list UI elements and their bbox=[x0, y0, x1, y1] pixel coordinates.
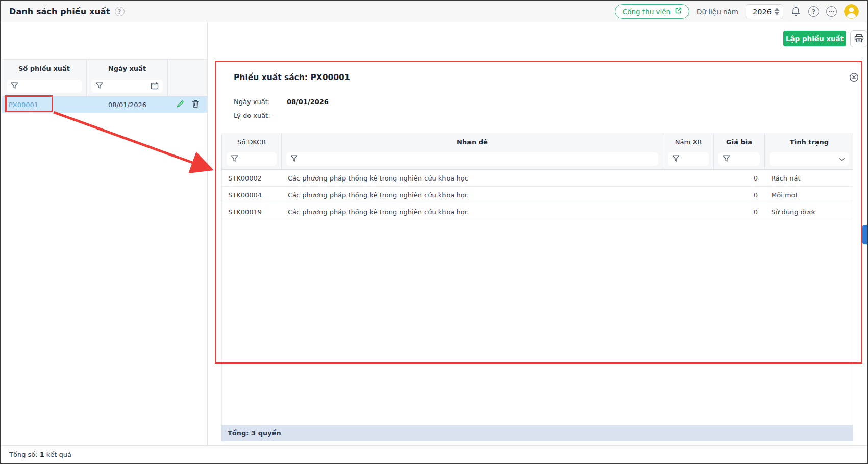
year-filter-input[interactable] bbox=[668, 152, 709, 166]
condition-cell: Sử dụng được bbox=[765, 208, 854, 216]
total-suffix: kết quả bbox=[46, 451, 71, 458]
price-cell: 0 bbox=[714, 208, 765, 216]
filter-icon bbox=[231, 155, 238, 164]
column-header[interactable]: Số ĐKCB bbox=[222, 133, 281, 150]
library-portal-button[interactable]: Cổng thư viện bbox=[615, 4, 689, 19]
calendar-icon[interactable] bbox=[151, 82, 159, 91]
title-cell: Các phương pháp thống kê trong nghiên cứ… bbox=[282, 191, 663, 199]
filter-icon bbox=[723, 155, 730, 164]
close-icon[interactable] bbox=[849, 72, 859, 84]
user-avatar[interactable] bbox=[844, 4, 859, 19]
table-summary-bar: Tổng: 3 quyển bbox=[221, 425, 853, 441]
year-stepper[interactable] bbox=[775, 8, 779, 15]
delete-icon[interactable] bbox=[191, 99, 200, 110]
filter-icon bbox=[95, 82, 103, 91]
export-slip-list: Số phiếu xuất Ngày xuất bbox=[2, 59, 207, 113]
left-table-header: Số phiếu xuất Ngày xuất bbox=[2, 59, 207, 96]
data-year-value: 2026 bbox=[753, 8, 772, 16]
edit-icon[interactable] bbox=[176, 99, 185, 110]
export-date-field: Ngày xuất: 08/01/2026 bbox=[234, 98, 329, 106]
print-button[interactable] bbox=[850, 30, 867, 47]
registration-filter-input[interactable] bbox=[227, 152, 277, 166]
filter-icon bbox=[11, 82, 18, 91]
column-registration-number: Số ĐKCB bbox=[222, 133, 282, 169]
filter-icon bbox=[290, 155, 298, 164]
create-export-slip-button[interactable]: Lập phiếu xuất bbox=[783, 31, 846, 46]
notification-bell-icon[interactable] bbox=[790, 6, 801, 17]
detail-table-header: Số ĐKCB Nhan đề Năm XB bbox=[221, 133, 853, 170]
field-value: 08/01/2026 bbox=[287, 98, 329, 106]
column-publish-year: Năm XB bbox=[663, 133, 714, 169]
registration-cell: STK00004 bbox=[222, 191, 282, 199]
column-header[interactable]: Nhan đề bbox=[282, 133, 663, 150]
data-year-label: Dữ liệu năm bbox=[697, 8, 738, 16]
detail-panel-title: Phiếu xuất sách: PX00001 bbox=[234, 73, 350, 82]
export-date-filter-input[interactable] bbox=[91, 80, 163, 93]
slip-number-filter-input[interactable] bbox=[7, 80, 82, 93]
table-row-selected[interactable]: PX00001 08/01/2026 bbox=[2, 96, 207, 113]
table-summary-text: Tổng: 3 quyển bbox=[228, 429, 281, 437]
column-header[interactable]: Tình trạng bbox=[765, 133, 854, 150]
title-cell: Các phương pháp thống kê trong nghiên cứ… bbox=[282, 174, 663, 182]
column-condition: Tình trạng bbox=[765, 133, 854, 169]
app-window: Danh sách phiếu xuất ? Cổng thư viện Dữ … bbox=[0, 0, 868, 464]
detail-books-table: Số ĐKCB Nhan đề Năm XB bbox=[221, 133, 853, 441]
field-label: Lý do xuất: bbox=[234, 112, 287, 119]
topbar-right-group: Cổng thư viện Dữ liệu năm 2026 ? ⋯ bbox=[615, 4, 859, 19]
annotation-arrow bbox=[44, 103, 220, 179]
column-book-title: Nhan đề bbox=[282, 133, 663, 169]
page-title: Danh sách phiếu xuất bbox=[9, 7, 110, 16]
registration-cell: STK00002 bbox=[222, 174, 282, 182]
print-icon bbox=[854, 34, 864, 44]
column-export-date: Ngày xuất bbox=[87, 60, 168, 96]
left-panel-divider bbox=[207, 22, 208, 446]
condition-filter-select[interactable] bbox=[770, 152, 849, 166]
registration-cell: STK00019 bbox=[222, 208, 282, 216]
column-header[interactable]: Ngày xuất bbox=[87, 60, 167, 78]
slip-number-link[interactable]: PX00001 bbox=[2, 101, 87, 109]
chevron-down-icon bbox=[839, 156, 845, 163]
title-cell: Các phương pháp thống kê trong nghiên cứ… bbox=[282, 208, 663, 216]
column-actions bbox=[168, 60, 207, 96]
total-prefix: Tổng số: bbox=[9, 451, 38, 458]
create-button-label: Lập phiếu xuất bbox=[786, 35, 844, 43]
topbar: Danh sách phiếu xuất ? Cổng thư viện Dữ … bbox=[1, 1, 867, 22]
data-year-input[interactable]: 2026 bbox=[746, 4, 783, 19]
table-row[interactable]: STK00019 Các phương pháp thống kê trong … bbox=[221, 203, 853, 220]
condition-cell: Rách nát bbox=[765, 174, 854, 182]
price-cell: 0 bbox=[714, 191, 765, 199]
column-header[interactable]: Giá bìa bbox=[714, 133, 764, 150]
slip-date-cell: 08/01/2026 bbox=[87, 101, 168, 109]
column-header[interactable]: Số phiếu xuất bbox=[2, 60, 86, 78]
table-row[interactable]: STK00002 Các phương pháp thống kê trong … bbox=[221, 170, 853, 187]
title-help-icon[interactable]: ? bbox=[115, 7, 125, 16]
more-options-icon[interactable]: ⋯ bbox=[826, 6, 837, 17]
portal-button-label: Cổng thư viện bbox=[623, 8, 671, 16]
price-filter-input[interactable] bbox=[718, 152, 760, 166]
column-slip-number: Số phiếu xuất bbox=[2, 60, 87, 96]
external-link-icon bbox=[675, 7, 682, 16]
total-count: 1 bbox=[40, 451, 44, 458]
field-label: Ngày xuất: bbox=[234, 98, 287, 106]
title-filter-input[interactable] bbox=[286, 152, 658, 166]
filter-icon bbox=[672, 155, 680, 164]
table-empty-area bbox=[221, 220, 853, 425]
export-reason-field: Lý do xuất: bbox=[234, 112, 287, 119]
column-header[interactable]: Năm XB bbox=[663, 133, 713, 150]
help-icon[interactable]: ? bbox=[808, 6, 819, 17]
page-footer: Tổng số: 1 kết quả bbox=[1, 445, 867, 463]
condition-cell: Mối mọt bbox=[765, 191, 854, 199]
side-panel-tab[interactable] bbox=[862, 225, 868, 244]
price-cell: 0 bbox=[714, 174, 765, 182]
column-cover-price: Giá bìa bbox=[714, 133, 765, 169]
table-row[interactable]: STK00004 Các phương pháp thống kê trong … bbox=[221, 187, 853, 203]
